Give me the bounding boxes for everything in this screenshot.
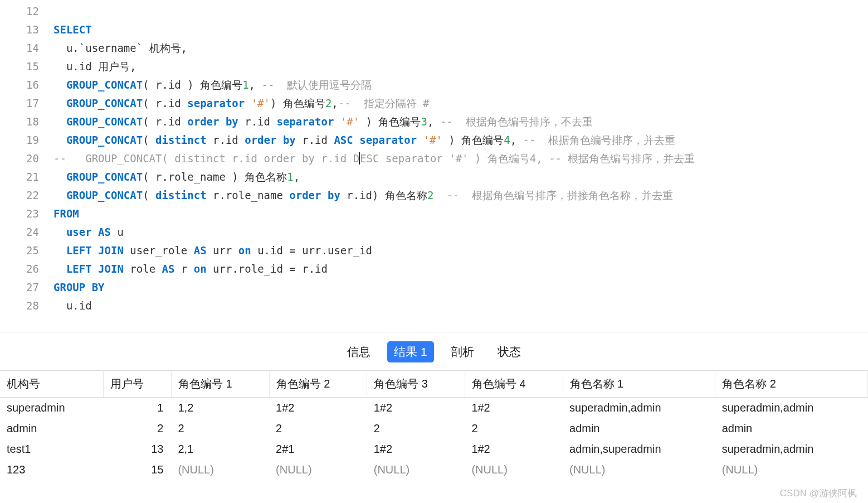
table-cell: (NULL) [715,460,868,480]
code-line[interactable]: GROUP BY [53,278,105,297]
table-cell: superadmin,admin [563,398,715,419]
column-header[interactable]: 用户号 [104,371,172,398]
table-cell: (NULL) [171,460,269,480]
table-cell: (NULL) [465,460,563,480]
table-cell: 1 [104,398,172,419]
table-cell: 2#1 [269,439,367,460]
table-row[interactable]: 12315(NULL)(NULL)(NULL)(NULL)(NULL)(NULL… [0,460,868,480]
table-cell: admin [0,418,104,439]
table-cell: admin [715,418,868,439]
line-number: 15 [0,57,53,76]
column-header[interactable]: 角色名称 2 [715,371,868,398]
table-cell: (NULL) [563,460,715,480]
tab-profile[interactable]: 剖析 [444,341,481,362]
tab-status[interactable]: 状态 [491,341,528,362]
code-line[interactable]: SELECT [53,21,92,39]
code-line[interactable]: FROM [53,205,79,223]
line-number: 25 [0,241,53,260]
line-number: 13 [0,21,53,39]
table-cell: 2 [171,418,269,439]
table-cell: superadmin,admin [715,439,868,460]
line-number: 28 [0,297,53,315]
table-cell: 2,1 [171,439,269,460]
code-line[interactable]: GROUP_CONCAT( r.id ) 角色编号1, -- 默认使用逗号分隔 [53,76,372,94]
code-editor[interactable]: 1213SELECT14 u.`username` 机构号,15 u.id 用户… [0,0,868,315]
line-number: 18 [0,113,53,131]
table-cell: superadmin,admin [715,398,868,419]
table-cell: 1#2 [465,439,563,460]
column-header[interactable]: 角色编号 4 [465,371,563,398]
tab-result-1[interactable]: 结果 1 [387,341,434,362]
table-cell: (NULL) [269,460,367,480]
code-line[interactable]: -- GROUP_CONCAT( distinct r.id order by … [53,149,695,168]
code-line[interactable]: GROUP_CONCAT( r.id order by r.id separat… [53,113,593,131]
code-line[interactable]: u.id [53,297,92,315]
line-number: 20 [0,149,53,168]
table-cell: 2 [104,418,172,439]
line-number: 26 [0,260,53,278]
table-row[interactable]: admin22222adminadmin [0,418,868,439]
code-line[interactable]: LEFT JOIN user_role AS urr on u.id = urr… [53,241,372,260]
result-table: 机构号用户号角色编号 1角色编号 2角色编号 3角色编号 4角色名称 1角色名称… [0,370,868,480]
line-number: 23 [0,205,53,223]
table-cell: test1 [0,439,104,460]
table-cell: admin,superadmin [563,439,715,460]
table-cell: 2 [367,418,465,439]
column-header[interactable]: 角色编号 3 [367,371,465,398]
line-number: 16 [0,76,53,94]
line-number: 24 [0,223,53,241]
table-cell: 13 [104,439,172,460]
result-tab-bar: 信息 结果 1 剖析 状态 [0,332,868,370]
line-number: 27 [0,278,53,297]
column-header[interactable]: 角色编号 1 [171,371,269,398]
column-header[interactable]: 机构号 [0,371,104,398]
code-line[interactable]: LEFT JOIN role AS r on urr.role_id = r.i… [53,260,328,278]
line-number: 12 [0,2,53,21]
code-line[interactable]: GROUP_CONCAT( distinct r.role_name order… [53,186,673,205]
line-number: 17 [0,94,53,113]
code-line[interactable]: GROUP_CONCAT( r.id separator '#') 角色编号2,… [53,94,429,113]
table-cell: (NULL) [367,460,465,480]
line-number: 21 [0,168,53,186]
code-line[interactable]: u.`username` 机构号, [53,39,187,57]
table-cell: 1#2 [269,398,367,419]
code-line[interactable]: GROUP_CONCAT( r.role_name ) 角色名称1, [53,168,300,186]
line-number: 19 [0,131,53,149]
line-number: 22 [0,186,53,205]
table-cell: 1#2 [367,439,465,460]
table-cell: 1,2 [171,398,269,419]
column-header[interactable]: 角色名称 1 [563,371,715,398]
table-cell: 1#2 [367,398,465,419]
table-cell: 15 [104,460,172,480]
table-cell: superadmin [0,398,104,419]
code-line[interactable]: GROUP_CONCAT( distinct r.id order by r.i… [53,131,675,149]
table-cell: admin [563,418,715,439]
tab-info[interactable]: 信息 [340,341,377,362]
table-cell: 123 [0,460,104,480]
table-row[interactable]: superadmin11,21#21#21#2superadmin,admins… [0,398,868,419]
table-cell: 1#2 [465,398,563,419]
line-number: 14 [0,39,53,57]
table-cell: 2 [269,418,367,439]
column-header[interactable]: 角色编号 2 [269,371,367,398]
code-line[interactable]: u.id 用户号, [53,57,136,76]
code-line[interactable]: user AS u [53,223,124,241]
table-row[interactable]: test1132,12#11#21#2admin,superadminsuper… [0,439,868,460]
table-cell: 2 [465,418,563,439]
